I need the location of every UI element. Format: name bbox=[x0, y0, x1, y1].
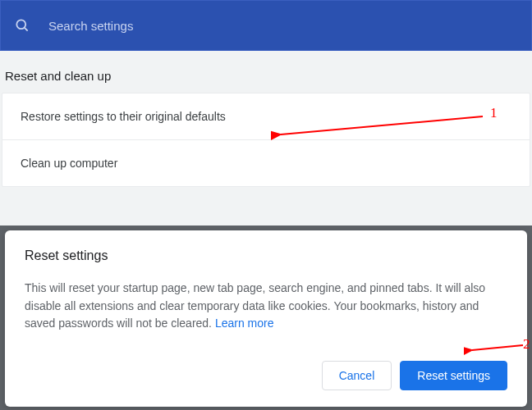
search-bar bbox=[0, 0, 532, 51]
reset-settings-dialog: Reset settings This will reset your star… bbox=[5, 230, 527, 407]
cancel-button[interactable]: Cancel bbox=[322, 361, 392, 390]
settings-list: Restore settings to their original defau… bbox=[2, 93, 530, 187]
dialog-title: Reset settings bbox=[25, 248, 507, 263]
dialog-backdrop: Reset settings This will reset your star… bbox=[0, 226, 532, 410]
svg-point-0 bbox=[16, 20, 25, 29]
row-clean-up-computer[interactable]: Clean up computer bbox=[2, 140, 530, 186]
learn-more-link[interactable]: Learn more bbox=[215, 317, 274, 330]
svg-line-1 bbox=[25, 28, 28, 31]
search-input[interactable] bbox=[48, 19, 204, 33]
dialog-actions: Cancel Reset settings bbox=[25, 361, 507, 390]
dialog-body: This will reset your startup page, new t… bbox=[25, 280, 507, 333]
row-restore-defaults[interactable]: Restore settings to their original defau… bbox=[2, 93, 530, 140]
reset-settings-button[interactable]: Reset settings bbox=[400, 361, 507, 390]
section-title: Reset and clean up bbox=[0, 51, 532, 93]
search-icon bbox=[14, 17, 30, 34]
